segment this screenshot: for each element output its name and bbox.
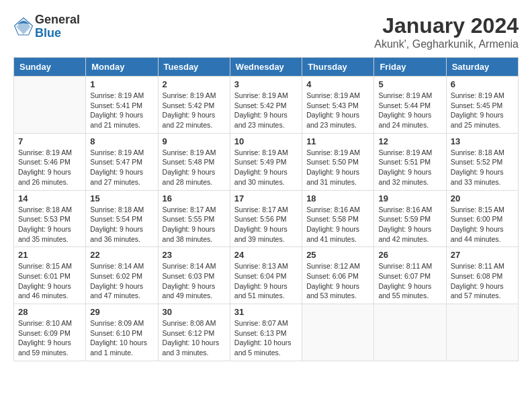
day-info: Sunrise: 8:18 AM Sunset: 5:53 PM Dayligh… (18, 205, 81, 244)
day-number: 16 (163, 193, 226, 203)
calendar-table: SundayMondayTuesdayWednesdayThursdayFrid… (13, 57, 519, 361)
calendar-cell: 14Sunrise: 8:18 AM Sunset: 5:53 PM Dayli… (14, 190, 86, 247)
day-number: 3 (234, 79, 298, 89)
day-number: 12 (378, 136, 441, 146)
logo-blue: Blue (35, 27, 80, 40)
logo-general: General (35, 13, 80, 27)
calendar-cell: 3Sunrise: 8:19 AM Sunset: 5:42 PM Daylig… (230, 77, 302, 134)
calendar-cell: 22Sunrise: 8:14 AM Sunset: 6:02 PM Dayli… (86, 247, 158, 304)
day-info: Sunrise: 8:19 AM Sunset: 5:46 PM Dayligh… (18, 148, 81, 187)
day-number: 22 (90, 250, 153, 260)
day-number: 26 (378, 250, 441, 260)
day-number: 2 (163, 79, 226, 89)
day-number: 4 (306, 79, 369, 89)
calendar-day-header: Monday (86, 58, 158, 77)
calendar-cell: 18Sunrise: 8:16 AM Sunset: 5:58 PM Dayli… (302, 190, 374, 247)
calendar-cell: 10Sunrise: 8:19 AM Sunset: 5:49 PM Dayli… (230, 133, 302, 190)
day-number: 9 (163, 136, 226, 146)
calendar-cell: 31Sunrise: 8:07 AM Sunset: 6:13 PM Dayli… (230, 304, 302, 361)
calendar-cell: 26Sunrise: 8:11 AM Sunset: 6:07 PM Dayli… (374, 247, 446, 304)
calendar-cell (14, 77, 86, 134)
calendar-day-header: Tuesday (158, 58, 230, 77)
calendar-cell: 11Sunrise: 8:19 AM Sunset: 5:50 PM Dayli… (302, 133, 374, 190)
day-info: Sunrise: 8:13 AM Sunset: 6:04 PM Dayligh… (234, 261, 298, 301)
calendar-cell: 19Sunrise: 8:16 AM Sunset: 5:59 PM Dayli… (374, 190, 446, 247)
day-info: Sunrise: 8:19 AM Sunset: 5:48 PM Dayligh… (163, 148, 226, 187)
day-info: Sunrise: 8:17 AM Sunset: 5:55 PM Dayligh… (163, 205, 226, 244)
day-info: Sunrise: 8:19 AM Sunset: 5:50 PM Dayligh… (306, 148, 369, 187)
day-info: Sunrise: 8:19 AM Sunset: 5:44 PM Dayligh… (378, 91, 441, 130)
day-number: 20 (451, 193, 514, 203)
day-number: 14 (18, 193, 81, 203)
calendar-cell: 1Sunrise: 8:19 AM Sunset: 5:41 PM Daylig… (86, 77, 158, 134)
calendar-cell: 12Sunrise: 8:19 AM Sunset: 5:51 PM Dayli… (374, 133, 446, 190)
day-info: Sunrise: 8:10 AM Sunset: 6:09 PM Dayligh… (18, 318, 81, 358)
calendar-day-header: Sunday (14, 58, 86, 77)
calendar-day-header: Thursday (302, 58, 374, 77)
day-info: Sunrise: 8:15 AM Sunset: 6:01 PM Dayligh… (18, 261, 81, 301)
calendar-cell: 4Sunrise: 8:19 AM Sunset: 5:43 PM Daylig… (302, 77, 374, 134)
day-info: Sunrise: 8:09 AM Sunset: 6:10 PM Dayligh… (90, 318, 153, 358)
day-info: Sunrise: 8:15 AM Sunset: 6:00 PM Dayligh… (451, 205, 514, 244)
day-number: 7 (18, 136, 81, 146)
title-section: January 2024 Akunk', Gegharkunik, Armeni… (374, 13, 519, 50)
day-info: Sunrise: 8:16 AM Sunset: 5:59 PM Dayligh… (378, 205, 441, 244)
calendar-cell: 17Sunrise: 8:17 AM Sunset: 5:56 PM Dayli… (230, 190, 302, 247)
calendar-cell (374, 304, 446, 361)
day-info: Sunrise: 8:19 AM Sunset: 5:42 PM Dayligh… (163, 91, 226, 130)
location-subtitle: Akunk', Gegharkunik, Armenia (374, 38, 519, 50)
month-title: January 2024 (374, 13, 519, 38)
day-number: 30 (163, 307, 226, 317)
calendar-cell: 24Sunrise: 8:13 AM Sunset: 6:04 PM Dayli… (230, 247, 302, 304)
day-number: 15 (90, 193, 153, 203)
day-info: Sunrise: 8:19 AM Sunset: 5:41 PM Dayligh… (90, 91, 153, 130)
day-number: 21 (18, 250, 81, 260)
day-info: Sunrise: 8:19 AM Sunset: 5:42 PM Dayligh… (234, 91, 298, 130)
calendar-cell: 23Sunrise: 8:14 AM Sunset: 6:03 PM Dayli… (158, 247, 230, 304)
calendar-cell: 21Sunrise: 8:15 AM Sunset: 6:01 PM Dayli… (14, 247, 86, 304)
day-number: 25 (306, 250, 369, 260)
calendar-cell: 13Sunrise: 8:18 AM Sunset: 5:52 PM Dayli… (446, 133, 518, 190)
day-info: Sunrise: 8:19 AM Sunset: 5:45 PM Dayligh… (451, 91, 514, 130)
calendar-header-row: SundayMondayTuesdayWednesdayThursdayFrid… (14, 58, 519, 77)
day-number: 5 (378, 79, 441, 89)
calendar-cell: 29Sunrise: 8:09 AM Sunset: 6:10 PM Dayli… (86, 304, 158, 361)
calendar-cell (302, 304, 374, 361)
day-info: Sunrise: 8:07 AM Sunset: 6:13 PM Dayligh… (234, 318, 298, 358)
logo-text: General Blue (35, 13, 80, 40)
calendar-cell: 28Sunrise: 8:10 AM Sunset: 6:09 PM Dayli… (14, 304, 86, 361)
day-info: Sunrise: 8:08 AM Sunset: 6:12 PM Dayligh… (163, 318, 226, 358)
calendar-day-header: Wednesday (230, 58, 302, 77)
calendar-cell: 7Sunrise: 8:19 AM Sunset: 5:46 PM Daylig… (14, 133, 86, 190)
day-info: Sunrise: 8:17 AM Sunset: 5:56 PM Dayligh… (234, 205, 298, 244)
day-number: 18 (306, 193, 369, 203)
logo: General Blue (13, 13, 80, 40)
calendar-day-header: Friday (374, 58, 446, 77)
calendar-week-row: 28Sunrise: 8:10 AM Sunset: 6:09 PM Dayli… (14, 304, 519, 361)
day-number: 29 (90, 307, 153, 317)
day-number: 31 (234, 307, 298, 317)
calendar-week-row: 7Sunrise: 8:19 AM Sunset: 5:46 PM Daylig… (14, 133, 519, 190)
calendar-cell: 6Sunrise: 8:19 AM Sunset: 5:45 PM Daylig… (446, 77, 518, 134)
calendar-cell: 8Sunrise: 8:19 AM Sunset: 5:47 PM Daylig… (86, 133, 158, 190)
day-info: Sunrise: 8:19 AM Sunset: 5:43 PM Dayligh… (306, 91, 369, 130)
calendar-cell: 5Sunrise: 8:19 AM Sunset: 5:44 PM Daylig… (374, 77, 446, 134)
calendar-cell: 2Sunrise: 8:19 AM Sunset: 5:42 PM Daylig… (158, 77, 230, 134)
day-info: Sunrise: 8:12 AM Sunset: 6:06 PM Dayligh… (306, 261, 369, 301)
day-number: 19 (378, 193, 441, 203)
calendar-cell: 25Sunrise: 8:12 AM Sunset: 6:06 PM Dayli… (302, 247, 374, 304)
day-info: Sunrise: 8:16 AM Sunset: 5:58 PM Dayligh… (306, 205, 369, 244)
day-number: 28 (18, 307, 81, 317)
day-number: 24 (234, 250, 298, 260)
day-number: 8 (90, 136, 153, 146)
calendar-cell: 30Sunrise: 8:08 AM Sunset: 6:12 PM Dayli… (158, 304, 230, 361)
logo-icon (13, 17, 34, 37)
page-header: General Blue January 2024 Akunk', Geghar… (13, 13, 519, 50)
day-number: 1 (90, 79, 153, 89)
day-info: Sunrise: 8:14 AM Sunset: 6:02 PM Dayligh… (90, 261, 153, 301)
day-number: 11 (306, 136, 369, 146)
day-info: Sunrise: 8:14 AM Sunset: 6:03 PM Dayligh… (163, 261, 226, 301)
day-info: Sunrise: 8:19 AM Sunset: 5:49 PM Dayligh… (234, 148, 298, 187)
calendar-cell: 15Sunrise: 8:18 AM Sunset: 5:54 PM Dayli… (86, 190, 158, 247)
calendar-cell: 27Sunrise: 8:11 AM Sunset: 6:08 PM Dayli… (446, 247, 518, 304)
